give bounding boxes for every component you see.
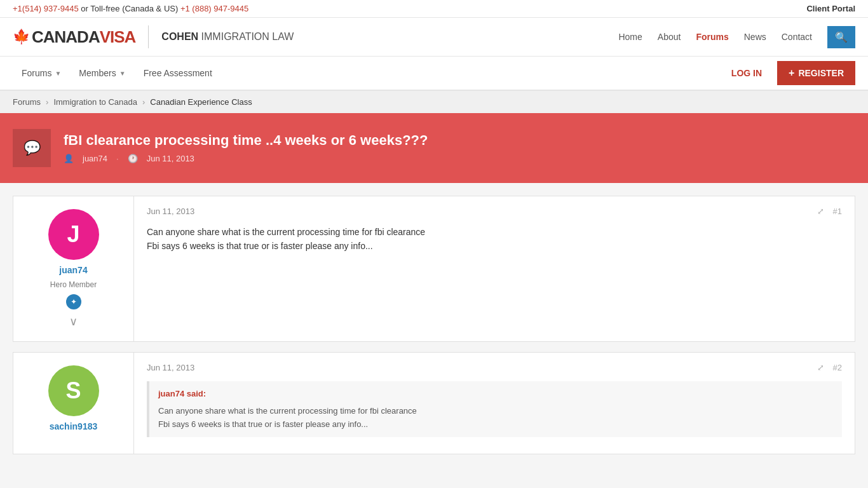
phone1-link[interactable]: +1(514) 937-9445 <box>13 4 79 13</box>
post-line-1: Can anyone share what is the current pro… <box>147 225 842 239</box>
maple-leaf-icon: 🍁 <box>13 29 29 45</box>
nav-about[interactable]: About <box>658 32 681 42</box>
quote-block: juan74 said: Can anyone share what is th… <box>147 381 842 437</box>
thread-author-icon: 👤 <box>64 154 74 163</box>
avatar: J <box>48 209 99 260</box>
thread-icon: 💬 <box>13 129 51 167</box>
quote-author: juan74 said: <box>158 388 833 401</box>
nav-left: Forums ▼ Members ▼ Free Assessment <box>13 57 221 90</box>
breadcrumb-forums[interactable]: Forums <box>13 97 41 107</box>
post-number: #2 <box>833 363 842 372</box>
nav-news[interactable]: News <box>744 32 766 42</box>
post-header: Jun 11, 2013 ⤢ #1 <box>147 207 842 216</box>
nav-forums[interactable]: Forums <box>696 32 728 42</box>
post-date: Jun 11, 2013 <box>147 363 194 372</box>
post-card: S sachin9183 Jun 11, 2013 ⤢ #2 juan74 sa… <box>13 352 855 454</box>
nav-members-item[interactable]: Members ▼ <box>70 57 134 90</box>
site-header: 🍁 CANADA VISA COHEN IMMIGRATION LAW Home… <box>0 18 868 57</box>
user-badge-icon: ✦ <box>66 294 81 309</box>
posts-container: J juan74 Hero Member ✦ ∨ Jun 11, 2013 ⤢ … <box>0 183 868 477</box>
register-label: REGISTER <box>798 68 844 78</box>
post-number: #1 <box>833 207 842 216</box>
members-label: Members <box>79 68 116 78</box>
post-username[interactable]: sachin9183 <box>50 421 98 431</box>
post-content: Jun 11, 2013 ⤢ #1 Can anyone share what … <box>134 196 855 341</box>
thread-meta: 👤 juan74 · 🕐 Jun 11, 2013 <box>64 154 855 163</box>
post-text: Can anyone share what is the current pro… <box>147 225 842 254</box>
post-username[interactable]: juan74 <box>59 265 87 275</box>
client-portal-link[interactable]: Client Portal <box>806 4 855 13</box>
meta-sep: · <box>116 154 119 163</box>
expand-button[interactable]: ∨ <box>69 315 78 329</box>
or-text: or Toll-free (Canada & US) <box>81 4 180 13</box>
nav-forums-item[interactable]: Forums ▼ <box>13 57 70 90</box>
post-actions: ⤢ #2 <box>817 363 842 372</box>
thread-date: Jun 11, 2013 <box>147 154 194 163</box>
nav-right: LOG IN + REGISTER <box>722 61 855 85</box>
logo-divider <box>148 25 149 48</box>
post-line-2: Fbi says 6 weeks is that true or is fast… <box>147 239 842 253</box>
logo-area: 🍁 CANADA VISA COHEN IMMIGRATION LAW <box>13 25 294 48</box>
cohen-name: COHEN <box>161 31 198 42</box>
nav-bar: Forums ▼ Members ▼ Free Assessment LOG I… <box>0 57 868 91</box>
search-button[interactable]: 🔍 <box>827 26 855 48</box>
free-assessment-label: Free Assessment <box>144 68 212 78</box>
members-dropdown-arrow: ▼ <box>119 70 126 77</box>
thread-banner: 💬 fBI clearance processing time ..4 week… <box>0 113 868 183</box>
avatar-letter: S <box>65 377 81 404</box>
user-role: Hero Member <box>50 280 97 289</box>
phone2-link[interactable]: +1 (888) 947-9445 <box>180 4 248 13</box>
forums-label: Forums <box>22 68 51 78</box>
nav-free-assessment-item[interactable]: Free Assessment <box>135 57 221 90</box>
post-date: Jun 11, 2013 <box>147 207 194 216</box>
forums-dropdown-arrow: ▼ <box>55 70 61 77</box>
quote-line-2: Fbi says 6 weeks is that true or is fast… <box>158 418 833 431</box>
breadcrumb-sep2: › <box>142 97 145 107</box>
thread-title: fBI clearance processing time ..4 weeks … <box>64 132 855 149</box>
avatar: S <box>48 365 99 416</box>
search-icon: 🔍 <box>835 32 848 43</box>
header-nav: Home About Forums News Contact 🔍 <box>618 26 855 48</box>
post-actions: ⤢ #1 <box>817 207 842 216</box>
cohen-text: COHEN IMMIGRATION LAW <box>161 31 294 43</box>
phone-info: +1(514) 937-9445 or Toll-free (Canada & … <box>13 4 248 13</box>
post-content: Jun 11, 2013 ⤢ #2 juan74 said: Can anyon… <box>134 353 855 454</box>
breadcrumb: Forums › Immigration to Canada › Canadia… <box>0 91 868 113</box>
nav-contact[interactable]: Contact <box>782 32 812 42</box>
visa-text: VISA <box>100 27 136 47</box>
immigration-law-text: IMMIGRATION LAW <box>201 31 294 42</box>
post-header: Jun 11, 2013 ⤢ #2 <box>147 363 842 372</box>
post-text: juan74 said: Can anyone share what is th… <box>147 381 842 437</box>
top-bar: +1(514) 937-9445 or Toll-free (Canada & … <box>0 0 868 18</box>
breadcrumb-current: Canadian Experience Class <box>150 97 252 107</box>
breadcrumb-immigration[interactable]: Immigration to Canada <box>53 97 137 107</box>
register-button[interactable]: + REGISTER <box>777 61 855 85</box>
share-icon[interactable]: ⤢ <box>817 207 824 216</box>
breadcrumb-sep1: › <box>46 97 48 107</box>
nav-home[interactable]: Home <box>618 32 642 42</box>
avatar-letter: J <box>67 221 79 248</box>
quote-line-1: Can anyone share what is the current pro… <box>158 405 833 418</box>
canada-text: CANADA <box>32 27 100 47</box>
site-logo[interactable]: 🍁 CANADA VISA <box>13 27 135 47</box>
login-button[interactable]: LOG IN <box>722 63 771 83</box>
chat-icon: 💬 <box>24 140 41 156</box>
post-card: J juan74 Hero Member ✦ ∨ Jun 11, 2013 ⤢ … <box>13 196 855 342</box>
post-sidebar: J juan74 Hero Member ✦ ∨ <box>13 196 134 341</box>
share-icon[interactable]: ⤢ <box>817 363 824 372</box>
register-plus-icon: + <box>789 67 794 79</box>
thread-clock-icon: 🕐 <box>128 154 138 163</box>
post-sidebar: S sachin9183 <box>13 353 134 454</box>
thread-author[interactable]: juan74 <box>83 154 107 163</box>
